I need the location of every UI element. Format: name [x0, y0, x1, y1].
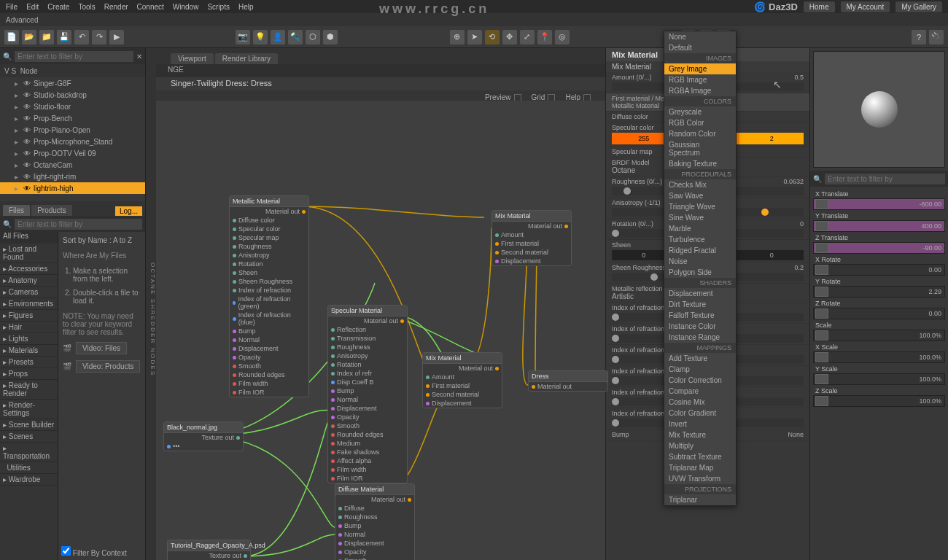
transform-filter-input[interactable] [825, 174, 945, 184]
cm-saw[interactable]: Saw Wave [664, 190, 736, 201]
scale-icon[interactable]: ⤢ [520, 30, 535, 44]
cm-compare[interactable]: Compare [664, 386, 736, 397]
cm-dirt[interactable]: Dirt Texture [664, 299, 736, 310]
node-mix2[interactable]: Mix Material Material out Amount First m… [422, 352, 502, 408]
bump-value[interactable]: None [788, 431, 804, 438]
cat-item[interactable]: ▸ Lights [0, 333, 58, 345]
cat-item[interactable]: ▸ Lost and Found [0, 244, 58, 263]
z-rotate-slider[interactable]: 0.00 [813, 308, 945, 319]
cm-multiply[interactable]: Multiply [664, 440, 736, 451]
search-icon[interactable]: 🔍 [3, 52, 12, 61]
cm-rgb-color[interactable]: RGB Color [664, 117, 736, 128]
cm-clamp[interactable]: Clamp [664, 364, 736, 375]
cm-invert[interactable]: Invert [664, 419, 736, 429]
video-products-button[interactable]: Video: Products [76, 360, 140, 373]
cat-item[interactable]: ▸ Anatomy [0, 275, 58, 287]
tab-render-library[interactable]: Render Library [215, 53, 278, 64]
clear-icon[interactable]: ✕ [136, 52, 142, 61]
scene-node[interactable]: ▸👁 OctaneCam [0, 159, 145, 171]
nav-home[interactable]: Home [804, 1, 835, 12]
cat-item[interactable]: ▸ Cameras [0, 287, 58, 298]
menu-connect[interactable]: Connect [137, 3, 164, 11]
cm-marble[interactable]: Marble [664, 223, 736, 234]
tab-products[interactable]: Products [31, 205, 71, 216]
tool-spot-icon[interactable]: 🔦 [288, 30, 303, 44]
menu-scripts[interactable]: Scripts [207, 3, 230, 11]
x-scale-slider[interactable]: 100.0% [813, 351, 945, 363]
z-scale-slider[interactable]: 100.0% [813, 395, 945, 407]
cat-item[interactable]: ▸ Environments [0, 298, 58, 310]
cat-item[interactable]: ▸ Materials [0, 345, 58, 357]
node-mix1[interactable]: Mix Material Material out Amount First m… [492, 210, 572, 266]
move-icon[interactable]: ✥ [502, 30, 517, 44]
node-metallic[interactable]: Metallic Material Material out Diffuse c… [229, 195, 309, 397]
new-icon[interactable]: 📄 [4, 30, 19, 44]
cm-noise[interactable]: Noise [664, 256, 736, 267]
y-translate-slider[interactable]: 400.00 [813, 220, 945, 232]
z-translate-slider[interactable]: -90.00 [813, 242, 945, 254]
cm-disp[interactable]: Displacement [664, 288, 736, 299]
cat-item[interactable]: ▸ Wardrobe [0, 474, 58, 486]
scene-node-selected[interactable]: ▸👁 lightrim-high [0, 182, 145, 194]
cm-gradient[interactable]: Color Gradient [664, 408, 736, 419]
menu-file[interactable]: File [6, 3, 18, 11]
cat-item[interactable]: ▸ Hair [0, 322, 58, 333]
tool-misc1-icon[interactable]: ⬡ [306, 30, 320, 44]
category-all[interactable]: All Files [0, 232, 58, 244]
node-opacity-image[interactable]: Tutorial_Ragged_Opacity_A.psd Texture ou… [167, 540, 251, 560]
cm-triplanar-map[interactable]: Triplanar Map [664, 462, 736, 473]
transform-search-icon[interactable]: 🔍 [813, 175, 822, 183]
scene-node[interactable]: ▸👁 Prop-Piano-Open [0, 124, 145, 136]
node-diffuse[interactable]: Diffuse Material Material out Diffuse Ro… [335, 483, 415, 560]
nav-gallery[interactable]: My Gallery [895, 1, 942, 12]
aux-viewport[interactable] [813, 51, 945, 168]
cm-gaussian[interactable]: Gaussian Spectrum [664, 139, 736, 158]
tool-pose-icon[interactable]: 👤 [271, 30, 285, 44]
scene-filter-input[interactable] [15, 51, 133, 62]
node-canvas[interactable]: Metallic Material Material out Diffuse c… [156, 101, 605, 560]
filter-context-checkbox[interactable] [61, 546, 71, 556]
content-search-icon[interactable]: 🔍 [3, 220, 12, 228]
rotate-icon[interactable]: ⟲ [485, 30, 500, 44]
node-dress[interactable]: Dress Material out [528, 370, 608, 392]
cm-greyscale[interactable]: Greyscale [664, 106, 736, 117]
cm-inst-range[interactable]: Instance Range [664, 332, 736, 343]
scale-slider[interactable]: 100.0% [813, 330, 945, 341]
tab-viewport[interactable]: Viewport [171, 53, 214, 64]
cm-add-tex[interactable]: Add Texture [664, 353, 736, 364]
cat-item[interactable]: ▸ Scenes [0, 431, 58, 443]
menu-edit[interactable]: Edit [26, 3, 39, 11]
cm-turb[interactable]: Turbulence [664, 234, 736, 245]
help-icon[interactable]: ? [912, 30, 926, 44]
scene-node[interactable]: ▸👁 light-right-rim [0, 171, 145, 182]
menu-tools[interactable]: Tools [78, 3, 95, 11]
x-rotate-slider[interactable]: 0.00 [813, 264, 945, 276]
cat-item[interactable]: ▸ Ready to Render [0, 380, 58, 400]
node-normal-image[interactable]: Black_normal.jpg Texture out ••• [163, 421, 244, 451]
plug-icon[interactable]: 🔌 [929, 30, 944, 44]
select-icon[interactable]: ➤ [467, 30, 482, 44]
layout-mode[interactable]: Advanced [6, 16, 38, 24]
cat-item[interactable]: ▸ Figures [0, 310, 58, 322]
cat-item[interactable]: ▸ Presets [0, 357, 58, 368]
x-translate-slider[interactable]: -600.00 [813, 198, 945, 210]
tab-nge[interactable]: NGE [162, 64, 190, 75]
redo-icon[interactable]: ↷ [92, 30, 106, 44]
cm-cosine[interactable]: Cosine Mix [664, 397, 736, 408]
cm-subtract[interactable]: Subtract Texture [664, 451, 736, 462]
cat-item[interactable]: ▸ Scene Builder [0, 419, 58, 431]
cat-item[interactable]: ▸ Props [0, 368, 58, 380]
cm-ridged[interactable]: Ridged Fractal [664, 245, 736, 256]
undo-icon[interactable]: ↶ [74, 30, 89, 44]
menu-help[interactable]: Help [238, 3, 254, 11]
tool-light-icon[interactable]: 💡 [253, 30, 268, 44]
target-icon[interactable]: ◎ [555, 30, 570, 44]
menu-render[interactable]: Render [104, 3, 128, 11]
y-rotate-slider[interactable]: 2.29 [813, 286, 945, 298]
menu-create[interactable]: Create [47, 3, 69, 11]
nav-account[interactable]: My Account [841, 1, 890, 12]
open-icon[interactable]: 📂 [22, 30, 36, 44]
cm-inst-color[interactable]: Instance Color [664, 321, 736, 332]
cm-grey-image[interactable]: Grey Image [664, 63, 736, 74]
scene-node[interactable]: ▸👁 Prop-Bench [0, 112, 145, 124]
